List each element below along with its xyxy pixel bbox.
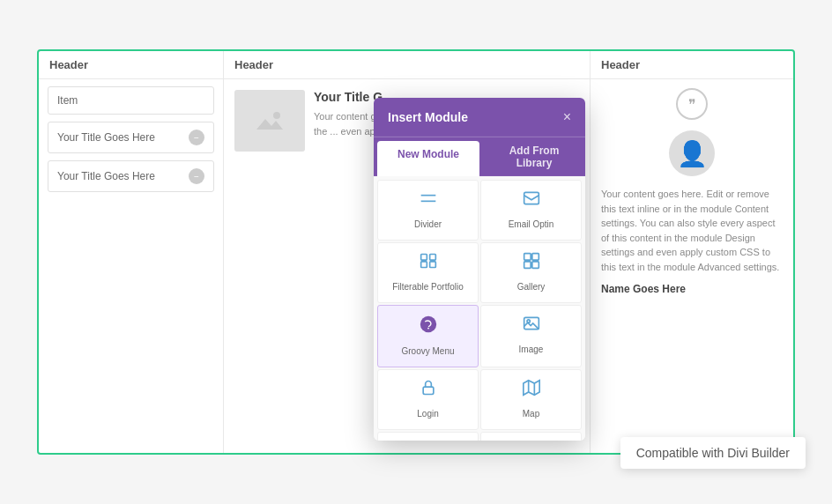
module-item-counter[interactable]: # Number Counter	[480, 432, 582, 441]
modal-header: Insert Module ×	[374, 98, 585, 137]
module-label-divider: Divider	[414, 219, 442, 229]
toggle-1[interactable]: −	[189, 130, 204, 145]
left-column-header: Header	[39, 51, 223, 79]
svg-rect-15	[531, 262, 539, 269]
module-item-divider[interactable]: Divider	[377, 180, 479, 241]
svg-rect-13	[531, 254, 539, 261]
groovy-icon	[383, 315, 472, 338]
module-label-login: Login	[417, 409, 438, 419]
tab-new-module[interactable]: New Module	[377, 141, 479, 176]
module-label-groovy: Groovy Menu	[401, 346, 454, 356]
svg-rect-7	[524, 192, 539, 204]
module-label-email: Email Optin	[509, 219, 554, 229]
person-icon: 👤	[677, 139, 708, 168]
left-title-1: Your Title Goes Here	[57, 131, 155, 144]
right-column: Header ❞ 👤 Your content goes here. Edit …	[591, 51, 793, 453]
modal-body: Divider Email Optin Filterable Portfolio	[374, 176, 585, 441]
module-item-map[interactable]: Map	[480, 369, 582, 430]
right-column-header: Header	[591, 51, 793, 79]
gallery-icon	[487, 252, 576, 274]
middle-column-header: Header	[224, 51, 590, 79]
module-label-gallery: Gallery	[517, 282, 546, 292]
tab-add-from-library[interactable]: Add From Library	[483, 137, 585, 176]
login-icon	[383, 379, 472, 401]
quote-icon: ❞	[676, 88, 708, 120]
modal-tabs: New Module Add From Library	[374, 137, 585, 176]
email-icon	[487, 189, 576, 211]
module-item-groovy[interactable]: Groovy Menu	[377, 305, 479, 367]
svg-rect-9	[429, 254, 435, 260]
svg-rect-10	[420, 262, 427, 268]
compatible-badge-text: Compatible with Divi Builder	[636, 446, 790, 460]
svg-rect-11	[429, 262, 435, 268]
module-grid: Divider Email Optin Filterable Portfolio	[377, 180, 582, 441]
module-label-filterable: Filterable Portfolio	[392, 282, 464, 292]
module-item-gallery[interactable]: Gallery	[480, 242, 582, 303]
modal-title: Insert Module	[388, 110, 468, 124]
left-title-1-row: Your Title Goes Here −	[48, 122, 214, 153]
left-item: Item	[48, 86, 214, 115]
svg-point-16	[420, 316, 435, 332]
module-item-image[interactable]: Image	[480, 305, 582, 367]
middle-image	[234, 90, 305, 152]
avatar: 👤	[669, 130, 715, 176]
left-title-2: Your Title Goes Here	[57, 170, 155, 182]
insert-module-modal: Insert Module × New Module Add From Libr…	[374, 98, 585, 441]
svg-point-17	[427, 328, 429, 330]
modal-close-button[interactable]: ×	[563, 110, 571, 124]
map-icon	[487, 379, 576, 401]
image-icon	[487, 315, 576, 337]
svg-point-4	[273, 112, 280, 119]
page-background: ⋮ Header Item Your Title Goes Here − You…	[0, 0, 832, 504]
compatible-badge: Compatible with Divi Builder	[620, 437, 806, 469]
module-label-map: Map	[523, 409, 539, 419]
module-item-filterable[interactable]: Filterable Portfolio	[377, 242, 479, 303]
module-item-email[interactable]: Email Optin	[480, 180, 582, 241]
svg-point-19	[527, 320, 530, 322]
divider-icon	[383, 189, 472, 211]
filterable-icon	[383, 252, 472, 274]
left-column: Header Item Your Title Goes Here − Your …	[39, 51, 224, 453]
toggle-2[interactable]: −	[189, 168, 204, 184]
svg-rect-20	[423, 387, 434, 394]
module-item-login[interactable]: Login	[377, 369, 479, 430]
svg-rect-14	[524, 262, 531, 269]
svg-marker-21	[523, 381, 539, 396]
svg-rect-12	[524, 254, 531, 261]
left-title-2-row: Your Title Goes Here −	[48, 160, 214, 192]
module-label-image: Image	[519, 345, 544, 354]
right-name: Name Goes Here	[601, 283, 783, 295]
module-item-menu[interactable]: Menu	[377, 432, 479, 441]
right-body-text: Your content goes here. Edit or remove t…	[601, 187, 783, 274]
svg-rect-8	[420, 254, 427, 260]
